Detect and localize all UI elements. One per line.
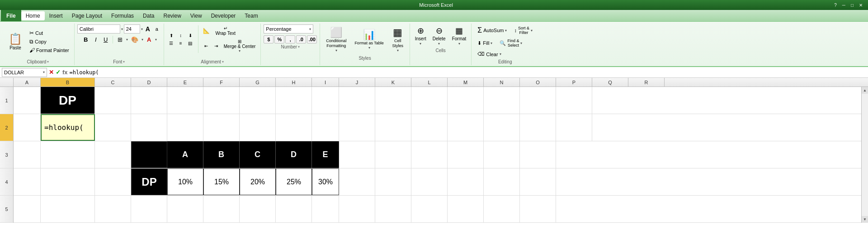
- cell-i1[interactable]: [312, 87, 339, 114]
- format-btn[interactable]: ▦ Format ▾: [450, 24, 469, 47]
- dollar-btn[interactable]: $: [264, 35, 274, 43]
- menu-page-layout[interactable]: Page Layout: [67, 11, 107, 20]
- cell-a2[interactable]: [14, 114, 41, 141]
- fill-dd-icon[interactable]: ▾: [491, 41, 492, 45]
- col-header-r[interactable]: R: [628, 78, 665, 86]
- cell-j4[interactable]: [339, 168, 375, 195]
- align-middle-btn[interactable]: ↕: [176, 32, 185, 39]
- menu-insert[interactable]: Insert: [45, 11, 67, 20]
- orientation-btn[interactable]: 📐: [202, 27, 211, 35]
- increase-font-btn[interactable]: A: [144, 24, 152, 34]
- increase-decimal-btn[interactable]: .00: [307, 35, 317, 43]
- col-header-o[interactable]: O: [520, 78, 556, 86]
- cell-n2[interactable]: [484, 114, 520, 141]
- cell-k1[interactable]: [375, 87, 411, 114]
- cell-i3[interactable]: E: [312, 141, 339, 168]
- cell-k4[interactable]: [375, 168, 411, 195]
- cell-n4[interactable]: [484, 168, 520, 195]
- formula-fx-btn[interactable]: fx: [62, 69, 68, 76]
- cell-m1[interactable]: [448, 87, 484, 114]
- cell-k5[interactable]: [375, 196, 411, 222]
- cell-g4[interactable]: 20%: [240, 168, 276, 195]
- scroll-up-btn[interactable]: ▲: [862, 87, 868, 94]
- fill-btn[interactable]: ⬇ Fill ▾: [474, 39, 495, 48]
- cell-e4[interactable]: 10%: [167, 168, 203, 195]
- col-header-n[interactable]: N: [484, 78, 520, 86]
- cell-f5[interactable]: [203, 196, 240, 222]
- format-painter-button[interactable]: 🖌 Format Painter: [27, 46, 71, 54]
- cell-c4[interactable]: [95, 168, 131, 195]
- col-header-e[interactable]: E: [167, 78, 203, 86]
- row-num-3[interactable]: 3: [0, 141, 13, 168]
- cell-f3[interactable]: B: [203, 141, 240, 168]
- cell-m4[interactable]: [448, 168, 484, 195]
- cell-c5[interactable]: [95, 196, 131, 222]
- cell-c3[interactable]: [95, 141, 131, 168]
- border-button[interactable]: ⊞: [115, 35, 125, 44]
- col-header-d[interactable]: D: [131, 78, 167, 86]
- cell-b2[interactable]: =hlookup( HLOOKUP(lookup_value, table_ar…: [41, 114, 95, 141]
- number-expand-icon[interactable]: ▾: [298, 45, 300, 49]
- cell-f1[interactable]: [203, 87, 240, 114]
- cut-button[interactable]: ✂ Cut: [27, 29, 71, 37]
- cell-e5[interactable]: [167, 196, 203, 222]
- align-right-btn[interactable]: ▤: [186, 39, 195, 47]
- cell-a4[interactable]: [14, 168, 41, 195]
- col-header-g[interactable]: G: [240, 78, 276, 86]
- cell-j3[interactable]: [339, 141, 375, 168]
- delete-btn[interactable]: ⊖ Delete ▾: [430, 24, 448, 47]
- cell-g5[interactable]: [240, 196, 276, 222]
- conditional-formatting-btn[interactable]: ⬜ ConditionalFormatting ▾: [323, 24, 349, 55]
- find-select-btn[interactable]: 🔍 Find &Select ▾: [496, 37, 525, 49]
- cond-fmt-dd-icon[interactable]: ▾: [335, 48, 337, 53]
- cell-c2[interactable]: [95, 114, 131, 141]
- cell-j2[interactable]: [339, 114, 375, 141]
- fill-color-dropdown-icon[interactable]: ▾: [142, 38, 143, 42]
- sort-filter-btn[interactable]: ↕ Sort &Filter ▾: [511, 24, 536, 36]
- cell-b4[interactable]: [41, 168, 95, 195]
- cell-n5[interactable]: [484, 196, 520, 222]
- cell-b5[interactable]: [41, 196, 95, 222]
- cell-h4[interactable]: 25%: [276, 168, 312, 195]
- alignment-expand-icon[interactable]: ▾: [222, 60, 224, 64]
- cell-o1[interactable]: [520, 87, 556, 114]
- menu-data[interactable]: Data: [138, 11, 159, 20]
- cell-d3[interactable]: [131, 141, 167, 168]
- cell-styles-dd-icon[interactable]: ▾: [397, 48, 399, 53]
- col-header-b[interactable]: B: [41, 78, 95, 86]
- scroll-down-btn[interactable]: ▼: [862, 216, 868, 223]
- col-header-h[interactable]: H: [276, 78, 312, 86]
- decrease-decimal-btn[interactable]: .0: [296, 35, 306, 43]
- help-btn[interactable]: ?: [832, 3, 839, 8]
- cell-k2[interactable]: [375, 114, 411, 141]
- cell-i5[interactable]: [312, 196, 339, 222]
- cell-d2[interactable]: [131, 114, 167, 141]
- autosum-dd-icon[interactable]: ▾: [505, 29, 507, 33]
- clipboard-expand-icon[interactable]: ▾: [47, 60, 49, 64]
- formula-input[interactable]: [70, 69, 866, 76]
- align-bottom-btn[interactable]: ⬇: [186, 32, 195, 39]
- row-num-1[interactable]: 1: [0, 87, 13, 114]
- col-header-k[interactable]: K: [375, 78, 411, 86]
- formula-confirm-btn[interactable]: ✓: [56, 69, 61, 76]
- merge-center-btn[interactable]: ⊞ Merge & Center ▾: [222, 38, 258, 54]
- window-controls[interactable]: ? ─ □ ✕: [832, 3, 864, 8]
- col-header-a[interactable]: A: [14, 78, 41, 86]
- cell-o2[interactable]: [520, 114, 556, 141]
- font-size-input[interactable]: [124, 24, 140, 34]
- font-color-button[interactable]: A: [144, 35, 154, 44]
- number-format-dropdown[interactable]: Percentage ▾: [264, 24, 313, 34]
- bold-button[interactable]: B: [81, 35, 90, 44]
- format-dd-icon[interactable]: ▾: [458, 42, 460, 46]
- merge-dropdown-icon[interactable]: ▾: [239, 49, 241, 53]
- clear-btn[interactable]: ⌫ Clear ▾: [474, 50, 504, 58]
- row-num-5[interactable]: 5: [0, 196, 13, 223]
- row-num-4[interactable]: 4: [0, 168, 13, 196]
- menu-home[interactable]: Home: [21, 11, 45, 20]
- decrease-indent-btn[interactable]: ⇤: [202, 43, 211, 50]
- scroll-track[interactable]: [862, 94, 868, 216]
- cell-l3[interactable]: [411, 141, 448, 168]
- file-menu[interactable]: File: [1, 10, 21, 21]
- col-header-l[interactable]: L: [411, 78, 448, 86]
- cell-l2[interactable]: [411, 114, 448, 141]
